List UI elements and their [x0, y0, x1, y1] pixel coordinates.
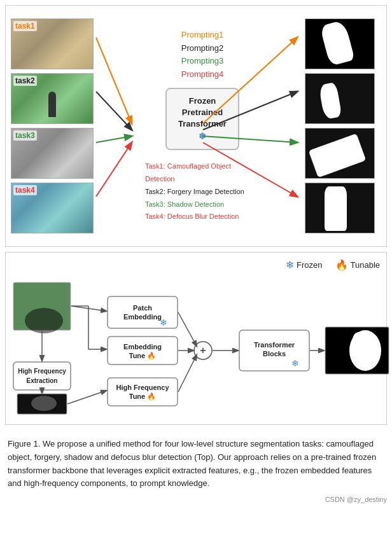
bottom-section-clean: ❄ Frozen 🔥 Tunable: [5, 252, 387, 425]
bottom-flow-svg: Patch Embedding ❄ Embedding Tune 🔥 High …: [12, 276, 391, 416]
svg-line-2: [96, 136, 132, 142]
prompting2: Prompting2: [181, 42, 223, 55]
svg-text:+: +: [200, 345, 206, 356]
svg-rect-42: [108, 378, 178, 406]
csdn-credit-text: CSDN @zy_destiny: [325, 496, 387, 503]
svg-text:Extraction: Extraction: [27, 377, 58, 384]
svg-text:❄: ❄: [291, 358, 299, 368]
figure-caption: Figure 1. We propose a unified method fo…: [5, 431, 387, 493]
task-legend: Task1: Camouflaged Object Detection Task…: [145, 160, 260, 223]
svg-text:High Frequency: High Frequency: [116, 384, 169, 391]
result1-image: [305, 18, 375, 69]
task-images-column: task1 task2 task3 task4: [11, 18, 100, 233]
svg-text:Blocks: Blocks: [263, 350, 286, 358]
frozen-legend-clean: ❄ Frozen: [286, 259, 322, 271]
tunable-label-clean: Tunable: [351, 260, 381, 270]
frozen-pretrained-transformer-box: Frozen Pretrained Transformer ❄: [165, 88, 239, 150]
tunable-legend-clean: 🔥 Tunable: [335, 259, 381, 271]
task3-label: task3: [13, 130, 37, 141]
svg-text:Embedding: Embedding: [123, 343, 162, 351]
frozen-label-clean: Frozen: [297, 260, 322, 270]
task-legend-3: Task3: Shadow Detection: [145, 198, 260, 211]
task4-label: task4: [13, 185, 37, 195]
result-images-column: [305, 18, 381, 233]
frozen-snowflake-clean-icon: ❄: [286, 259, 294, 271]
task1-label: task1: [13, 21, 37, 31]
prompting-list: Prompting1 Prompting2 Prompting3 Prompti…: [181, 29, 223, 81]
svg-point-38: [31, 396, 57, 411]
prompting1: Prompting1: [181, 29, 223, 42]
svg-text:Patch: Patch: [133, 304, 152, 312]
caption-text: Figure 1. We propose a unified method fo…: [8, 439, 376, 488]
svg-point-58: [353, 332, 365, 347]
svg-text:Embedding: Embedding: [123, 313, 162, 321]
svg-line-1: [96, 92, 132, 130]
prompting3: Prompting3: [181, 55, 223, 68]
frozen-snowflake-icon: ❄: [199, 131, 206, 141]
svg-rect-34: [13, 362, 71, 390]
result2-image: [305, 73, 375, 124]
task1-image: task1: [11, 18, 94, 69]
svg-line-0: [96, 38, 132, 123]
task-legend-2: Task2: Forgery Image Detection: [145, 186, 260, 198]
prompting4: Prompting4: [181, 68, 223, 81]
center-block: Prompting1 Prompting2 Prompting3 Prompti…: [139, 29, 266, 223]
frozen-line3: Transformer: [178, 119, 227, 129]
task2-image: task2: [11, 73, 94, 124]
bottom-legend-clean: ❄ Frozen 🔥 Tunable: [12, 259, 380, 271]
fire-clean-icon: 🔥: [335, 259, 348, 271]
csdn-credit: CSDN @zy_destiny: [5, 496, 387, 503]
result4-image: [305, 183, 375, 233]
svg-text:Transformer: Transformer: [254, 341, 295, 349]
frozen-line2: Pretrained: [182, 108, 223, 117]
svg-text:Tune 🔥: Tune 🔥: [129, 351, 157, 360]
svg-text:High Frequency: High Frequency: [18, 368, 66, 375]
task2-label: task2: [13, 76, 37, 86]
task-legend-4: Task4: Defocus Blur Detection: [145, 211, 260, 223]
svg-line-41: [67, 391, 106, 404]
svg-text:Tune 🔥: Tune 🔥: [129, 392, 157, 401]
main-container: task1 task2 task3 task4 Prompting1 Promp…: [0, 0, 392, 508]
top-section: task1 task2 task3 task4 Prompting1 Promp…: [5, 5, 387, 247]
svg-line-47: [178, 312, 197, 346]
svg-rect-31: [108, 337, 178, 365]
task-legend-1: Task1: Camouflaged Object Detection: [145, 160, 260, 186]
result3-image: [305, 128, 375, 179]
frozen-line1: Frozen: [189, 96, 216, 106]
svg-line-49: [178, 355, 197, 392]
task3-image: task3: [11, 128, 94, 179]
svg-text:❄: ❄: [160, 317, 167, 328]
svg-line-3: [96, 142, 132, 197]
task4-image: task4: [11, 183, 94, 233]
svg-point-22: [25, 308, 63, 333]
